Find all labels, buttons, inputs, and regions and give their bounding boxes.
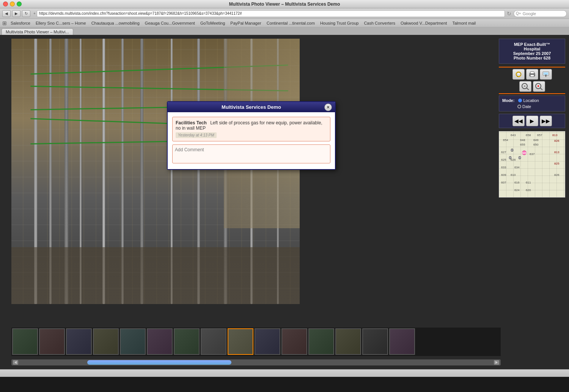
dialog-close-button[interactable]: ×: [324, 103, 332, 111]
bookmark-oakwood[interactable]: Oakwood V...Department: [398, 20, 450, 26]
search-input[interactable]: Q+ Google: [514, 10, 567, 17]
tab-bar: Multivista Photo Viewer – Multivi...: [0, 27, 569, 35]
bookmark-gotomeeting[interactable]: GoToMeeting: [198, 20, 227, 26]
bookmark-talmont[interactable]: Talmont mail: [450, 20, 478, 26]
bookmark-continental[interactable]: Continental ...tinental.com: [264, 20, 317, 26]
close-button[interactable]: [3, 2, 8, 6]
bookmarks-bar: ⊞ Salesforce Ellery Sno C...sers – Home …: [0, 19, 569, 27]
back-button[interactable]: ◀: [2, 10, 11, 17]
dialog-title: Multivista Services Demo: [222, 104, 281, 110]
dialog-overlay: Multivista Services Demo × Facilities Te…: [0, 35, 569, 377]
search-placeholder: Google: [523, 11, 536, 16]
address-bar: ◀ ▶ ↻ + https://devmds.multivista.com/in…: [0, 8, 569, 19]
minimize-button[interactable]: [10, 2, 15, 6]
reload-button[interactable]: ↻: [22, 10, 30, 17]
url-input[interactable]: https://devmds.multivista.com/index.cfm?…: [37, 10, 505, 17]
traffic-lights: [3, 2, 22, 6]
bookmark-chautauqua[interactable]: Chautauqua ...owmobiling: [89, 20, 142, 26]
title-bar: Multivista Photo Viewer – Multivista Ser…: [0, 0, 569, 8]
comment-dialog: Multivista Services Demo × Facilities Te…: [167, 101, 336, 170]
url-text: https://devmds.multivista.com/index.cfm?…: [39, 11, 242, 16]
browser-content: MEP Exact-Built™ Hospital September 25 2…: [0, 35, 569, 377]
dialog-body: Facilities Tech Left side of process gas…: [168, 112, 335, 169]
dialog-titlebar: Multivista Services Demo ×: [168, 102, 335, 112]
comment-time: Yesterday at 4:13 PM: [176, 132, 217, 138]
bookmark-geauga[interactable]: Geauga Cou...Government: [143, 20, 197, 26]
bookmarks-grid-icon[interactable]: ⊞: [2, 20, 8, 26]
bookmark-salesforce[interactable]: Salesforce: [8, 20, 33, 26]
comment-author: Facilities Tech: [176, 120, 207, 125]
window-title: Multivista Photo Viewer – Multivista Ser…: [229, 2, 340, 7]
browser-tab[interactable]: Multivista Photo Viewer – Multivi...: [2, 28, 73, 35]
maximize-button[interactable]: [17, 2, 22, 6]
add-comment-textarea[interactable]: [172, 144, 330, 163]
bookmark-ellery[interactable]: Ellery Sno C...sers – Home: [33, 20, 88, 26]
bookmark-paypal[interactable]: PayPal Manager: [228, 20, 263, 26]
forward-button[interactable]: ▶: [12, 10, 20, 17]
bookmark-housing[interactable]: Housing Trust Group: [318, 20, 361, 26]
comment-entry: Facilities Tech Left side of process gas…: [172, 117, 330, 141]
bookmark-cash[interactable]: Cash Converters: [362, 20, 398, 26]
